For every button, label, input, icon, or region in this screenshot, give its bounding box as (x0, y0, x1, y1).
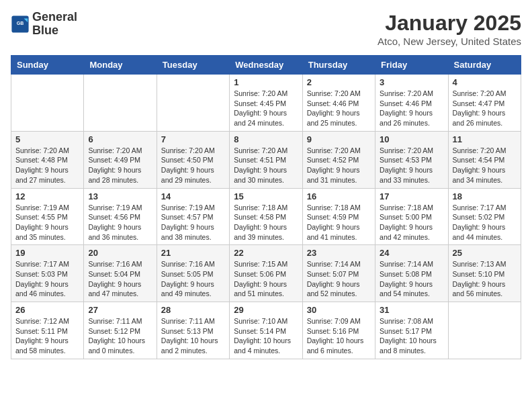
calendar-cell: 15Sunrise: 7:18 AM Sunset: 4:58 PM Dayli… (230, 188, 302, 245)
day-info: Sunrise: 7:09 AM Sunset: 5:16 PM Dayligh… (307, 316, 371, 356)
calendar-cell: 7Sunrise: 7:20 AM Sunset: 4:50 PM Daylig… (157, 131, 229, 188)
logo-line2: Blue (32, 24, 77, 38)
day-info: Sunrise: 7:18 AM Sunset: 4:58 PM Dayligh… (234, 203, 298, 242)
day-number: 6 (88, 134, 152, 144)
day-info: Sunrise: 7:11 AM Sunset: 5:12 PM Dayligh… (88, 316, 152, 356)
day-info: Sunrise: 7:19 AM Sunset: 4:55 PM Dayligh… (15, 203, 79, 242)
day-number: 12 (15, 191, 79, 201)
calendar-cell: 23Sunrise: 7:14 AM Sunset: 5:07 PM Dayli… (302, 245, 375, 302)
calendar-cell: 1Sunrise: 7:20 AM Sunset: 4:45 PM Daylig… (230, 75, 302, 132)
day-number: 22 (234, 248, 298, 258)
day-info: Sunrise: 7:20 AM Sunset: 4:52 PM Dayligh… (307, 146, 371, 185)
calendar-cell: 18Sunrise: 7:17 AM Sunset: 5:02 PM Dayli… (448, 188, 521, 245)
logo: GB General Blue (11, 11, 77, 38)
day-number: 26 (15, 305, 79, 315)
page-header: GB General Blue January 2025 Atco, New J… (11, 11, 521, 47)
logo-icon: GB (11, 15, 30, 34)
calendar-cell: 8Sunrise: 7:20 AM Sunset: 4:51 PM Daylig… (230, 131, 302, 188)
day-number: 13 (88, 191, 152, 201)
week-row-1: 1Sunrise: 7:20 AM Sunset: 4:45 PM Daylig… (11, 75, 521, 132)
calendar-cell: 17Sunrise: 7:18 AM Sunset: 5:00 PM Dayli… (375, 188, 448, 245)
calendar-cell: 22Sunrise: 7:15 AM Sunset: 5:06 PM Dayli… (230, 245, 302, 302)
day-number: 10 (380, 134, 443, 144)
calendar-cell (448, 302, 521, 359)
calendar-cell (157, 75, 229, 132)
day-number: 18 (453, 191, 517, 201)
day-number: 19 (15, 248, 79, 258)
weekday-header-thursday: Thursday (302, 56, 375, 75)
day-number: 23 (307, 248, 371, 258)
week-row-4: 19Sunrise: 7:17 AM Sunset: 5:03 PM Dayli… (11, 245, 521, 302)
day-number: 7 (161, 134, 225, 144)
logo-text: General Blue (32, 11, 77, 38)
day-number: 8 (234, 134, 298, 144)
calendar-cell: 12Sunrise: 7:19 AM Sunset: 4:55 PM Dayli… (11, 188, 84, 245)
day-number: 16 (307, 191, 371, 201)
weekday-header-monday: Monday (84, 56, 157, 75)
calendar-cell: 6Sunrise: 7:20 AM Sunset: 4:49 PM Daylig… (84, 131, 157, 188)
calendar-cell: 30Sunrise: 7:09 AM Sunset: 5:16 PM Dayli… (302, 302, 375, 359)
calendar-cell: 10Sunrise: 7:20 AM Sunset: 4:53 PM Dayli… (375, 131, 448, 188)
day-number: 4 (453, 77, 517, 87)
day-info: Sunrise: 7:20 AM Sunset: 4:46 PM Dayligh… (380, 89, 443, 128)
calendar-cell: 21Sunrise: 7:16 AM Sunset: 5:05 PM Dayli… (157, 245, 229, 302)
day-info: Sunrise: 7:20 AM Sunset: 4:49 PM Dayligh… (88, 146, 152, 185)
calendar-cell (84, 75, 157, 132)
weekday-header-sunday: Sunday (11, 56, 84, 75)
day-number: 5 (15, 134, 79, 144)
calendar-cell: 29Sunrise: 7:10 AM Sunset: 5:14 PM Dayli… (230, 302, 302, 359)
calendar-cell: 28Sunrise: 7:11 AM Sunset: 5:13 PM Dayli… (157, 302, 229, 359)
day-info: Sunrise: 7:11 AM Sunset: 5:13 PM Dayligh… (161, 316, 225, 356)
day-info: Sunrise: 7:14 AM Sunset: 5:07 PM Dayligh… (307, 259, 371, 299)
day-info: Sunrise: 7:20 AM Sunset: 4:46 PM Dayligh… (307, 89, 371, 128)
day-number: 27 (88, 305, 152, 315)
calendar-cell: 9Sunrise: 7:20 AM Sunset: 4:52 PM Daylig… (302, 131, 375, 188)
day-info: Sunrise: 7:20 AM Sunset: 4:50 PM Dayligh… (161, 146, 225, 185)
day-number: 20 (88, 248, 152, 258)
week-row-5: 26Sunrise: 7:12 AM Sunset: 5:11 PM Dayli… (11, 302, 521, 359)
day-info: Sunrise: 7:12 AM Sunset: 5:11 PM Dayligh… (15, 316, 79, 356)
calendar: SundayMondayTuesdayWednesdayThursdayFrid… (11, 55, 521, 359)
day-number: 3 (380, 77, 443, 87)
day-number: 11 (453, 134, 517, 144)
day-info: Sunrise: 7:15 AM Sunset: 5:06 PM Dayligh… (234, 259, 298, 299)
day-number: 2 (307, 77, 371, 87)
day-info: Sunrise: 7:08 AM Sunset: 5:17 PM Dayligh… (380, 316, 443, 356)
calendar-cell: 2Sunrise: 7:20 AM Sunset: 4:46 PM Daylig… (302, 75, 375, 132)
day-info: Sunrise: 7:20 AM Sunset: 4:53 PM Dayligh… (380, 146, 443, 185)
day-info: Sunrise: 7:20 AM Sunset: 4:54 PM Dayligh… (453, 146, 517, 185)
calendar-cell: 26Sunrise: 7:12 AM Sunset: 5:11 PM Dayli… (11, 302, 84, 359)
weekday-header-row: SundayMondayTuesdayWednesdayThursdayFrid… (11, 56, 521, 75)
weekday-header-friday: Friday (375, 56, 448, 75)
day-info: Sunrise: 7:18 AM Sunset: 5:00 PM Dayligh… (380, 203, 443, 242)
weekday-header-wednesday: Wednesday (230, 56, 302, 75)
calendar-cell: 16Sunrise: 7:18 AM Sunset: 4:59 PM Dayli… (302, 188, 375, 245)
calendar-cell: 4Sunrise: 7:20 AM Sunset: 4:47 PM Daylig… (448, 75, 521, 132)
calendar-cell: 14Sunrise: 7:19 AM Sunset: 4:57 PM Dayli… (157, 188, 229, 245)
calendar-cell: 25Sunrise: 7:13 AM Sunset: 5:10 PM Dayli… (448, 245, 521, 302)
title-block: January 2025 Atco, New Jersey, United St… (378, 11, 521, 47)
day-info: Sunrise: 7:16 AM Sunset: 5:04 PM Dayligh… (88, 259, 152, 299)
weekday-header-tuesday: Tuesday (157, 56, 229, 75)
calendar-cell: 24Sunrise: 7:14 AM Sunset: 5:08 PM Dayli… (375, 245, 448, 302)
day-info: Sunrise: 7:17 AM Sunset: 5:02 PM Dayligh… (453, 203, 517, 242)
calendar-cell: 13Sunrise: 7:19 AM Sunset: 4:56 PM Dayli… (84, 188, 157, 245)
week-row-2: 5Sunrise: 7:20 AM Sunset: 4:48 PM Daylig… (11, 131, 521, 188)
day-info: Sunrise: 7:20 AM Sunset: 4:51 PM Dayligh… (234, 146, 298, 185)
day-number: 30 (307, 305, 371, 315)
logo-line1: General (32, 11, 77, 24)
day-info: Sunrise: 7:20 AM Sunset: 4:48 PM Dayligh… (15, 146, 79, 185)
weekday-header-saturday: Saturday (448, 56, 521, 75)
day-number: 14 (161, 191, 225, 201)
day-number: 21 (161, 248, 225, 258)
day-number: 15 (234, 191, 298, 201)
calendar-cell: 27Sunrise: 7:11 AM Sunset: 5:12 PM Dayli… (84, 302, 157, 359)
day-info: Sunrise: 7:16 AM Sunset: 5:05 PM Dayligh… (161, 259, 225, 299)
day-number: 17 (380, 191, 443, 201)
calendar-cell: 5Sunrise: 7:20 AM Sunset: 4:48 PM Daylig… (11, 131, 84, 188)
day-info: Sunrise: 7:20 AM Sunset: 4:45 PM Dayligh… (234, 89, 298, 128)
calendar-cell (11, 75, 84, 132)
day-info: Sunrise: 7:18 AM Sunset: 4:59 PM Dayligh… (307, 203, 371, 242)
day-number: 9 (307, 134, 371, 144)
day-info: Sunrise: 7:13 AM Sunset: 5:10 PM Dayligh… (453, 259, 517, 299)
